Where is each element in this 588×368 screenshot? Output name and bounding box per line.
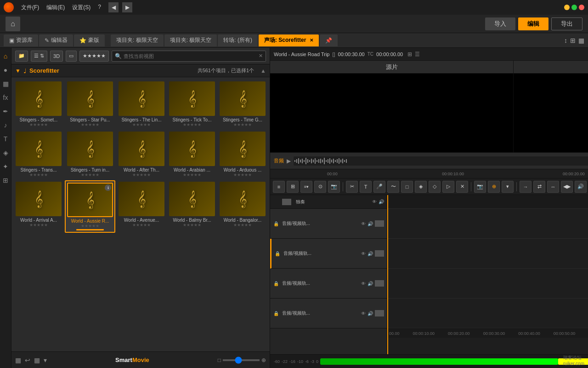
tool-add[interactable]: ⊕ xyxy=(488,181,500,193)
export-button[interactable]: 导出 xyxy=(551,17,582,30)
zoom-out-icon[interactable]: □ xyxy=(218,357,221,363)
tab-pin[interactable]: 📌 xyxy=(320,34,338,46)
score-collapse-icon[interactable]: ▼ xyxy=(15,68,21,74)
menu-help[interactable]: ? xyxy=(96,3,103,12)
tab-project2[interactable]: 项目夹: 极限天空 xyxy=(164,34,217,46)
list-item[interactable]: 𝄞 World - After Th... ★★★★★ xyxy=(117,130,166,178)
tab-project1[interactable]: 项目夹: 极限天空 xyxy=(111,34,164,46)
list-item[interactable]: 𝄞 Stingers - Trans... ★★★★★ xyxy=(14,130,63,178)
tab-action-1[interactable]: ↕ xyxy=(564,37,567,44)
list-item[interactable]: 𝄞 World - Arrival A... ★★★★★ xyxy=(14,180,63,233)
tool-mask[interactable]: ◈ xyxy=(415,181,427,193)
list-item[interactable]: 𝄞 World - Bangalor... ★★★★★ xyxy=(218,180,267,233)
zoom-slider[interactable] xyxy=(223,359,260,361)
grid-view-icon[interactable]: ▦ xyxy=(34,356,40,364)
list-item[interactable]: 𝄞 Stingers - The Lin... ★★★★★ xyxy=(117,80,166,128)
eye-icon[interactable]: 👁 xyxy=(361,221,366,226)
3d-button[interactable]: 3D xyxy=(50,51,63,62)
list-item[interactable]: 𝄞 World - Avenue... ★★★★★ xyxy=(117,180,166,233)
bottom-icon-2[interactable]: ↩ xyxy=(25,356,30,364)
list-item[interactable]: 𝄞 Stingers - Turn in... ★★★★★ xyxy=(65,130,115,178)
menu-edit[interactable]: 编辑(E) xyxy=(45,3,67,12)
sidebar-media[interactable]: ▦ xyxy=(0,78,11,89)
list-item[interactable]: 𝄞 Stingers - Time G... ★★★★★ xyxy=(218,80,267,128)
sidebar-text[interactable]: T xyxy=(0,133,11,144)
list-view-icon[interactable]: ▾ xyxy=(44,356,47,364)
close-tab-icon[interactable]: ✕ xyxy=(310,38,313,43)
tool-volume[interactable]: 🔊 xyxy=(575,181,587,193)
sidebar-fx[interactable]: fx xyxy=(0,92,11,103)
list-item[interactable]: 𝄞 Stingers - Tick To... ★★★★★ xyxy=(168,80,216,128)
tool-delete[interactable]: ✕ xyxy=(456,181,468,193)
minimize-button[interactable] xyxy=(564,5,570,10)
bottom-icon-1[interactable]: ▦ xyxy=(15,356,21,364)
close-button[interactable] xyxy=(579,5,584,10)
sidebar-shape[interactable]: ◈ xyxy=(0,147,11,158)
tool-cut[interactable]: ✂ xyxy=(346,181,358,193)
sidebar-home[interactable]: ⌂ xyxy=(0,51,11,62)
tool-select[interactable]: ≡ xyxy=(273,181,285,193)
import-button[interactable]: 导入 xyxy=(485,17,515,30)
tool-paint[interactable]: ◇ xyxy=(429,181,441,193)
tool-wave[interactable]: 〜 xyxy=(387,181,399,193)
tool-record[interactable]: ⊙ xyxy=(314,181,326,193)
tab-action-3[interactable]: ▦ xyxy=(578,37,584,44)
tool-play-tool[interactable]: ▷ xyxy=(442,181,454,193)
list-view-button[interactable]: ☰ ⇅ xyxy=(31,51,47,62)
tab-action-2[interactable]: ⊞ xyxy=(570,37,576,44)
vol-icon[interactable]: 🔊 xyxy=(368,311,373,316)
home-button[interactable]: ⌂ xyxy=(6,17,20,31)
sidebar-music[interactable]: ♪ xyxy=(0,120,11,131)
list-item[interactable]: 𝄞 ℹ World - Aussie R... ★★★★★ xyxy=(65,180,115,233)
tab-premium[interactable]: ⭐ 豪版 xyxy=(74,34,105,46)
tool-resize[interactable]: ↔ xyxy=(547,181,559,193)
vol-icon[interactable]: 🔊 xyxy=(368,251,373,256)
timeline-menu-icon[interactable]: ☰ xyxy=(415,51,420,58)
tab-editor[interactable]: ✎ 编辑器 xyxy=(39,34,73,46)
list-item[interactable]: 𝄞 Stingers - Star Pu... ★★★★★ xyxy=(65,80,115,128)
vol-icon[interactable]: 🔊 xyxy=(368,281,373,286)
audio-mode-icon[interactable]: ▶ xyxy=(287,158,291,164)
edit-button[interactable]: 编辑 xyxy=(518,17,548,30)
zoom-in-icon[interactable]: ⊕ xyxy=(261,357,266,363)
tool-link[interactable]: ⇄ xyxy=(533,181,545,193)
list-item[interactable]: 𝄞 World - Balmy Br... ★★★★★ xyxy=(168,180,216,233)
tool-expand[interactable]: ◀▶ xyxy=(561,181,573,193)
list-item[interactable]: 𝄞 Stingers - Somet... ★★★★★ xyxy=(14,80,63,128)
tool-multi[interactable]: ≡▾ xyxy=(300,181,312,193)
tool-snap[interactable]: 📷 xyxy=(328,181,340,193)
search-input[interactable] xyxy=(122,51,259,62)
tool-mic[interactable]: 🎤 xyxy=(373,181,385,193)
scroll-up-icon[interactable]: ▲ xyxy=(260,68,266,74)
eye-icon[interactable]: 👁 xyxy=(361,281,366,286)
eye-icon[interactable]: 👁 xyxy=(361,251,366,256)
forward-button[interactable]: ▶ xyxy=(122,2,132,12)
menu-settings[interactable]: 设置(S) xyxy=(70,3,92,12)
volume-icon[interactable]: 🔊 xyxy=(379,199,384,204)
list-item[interactable]: 𝄞 World - Arabian ... ★★★★★ xyxy=(168,130,216,178)
sidebar-pen[interactable]: ✒ xyxy=(0,106,11,117)
sidebar-layout[interactable]: ⊞ xyxy=(0,175,11,186)
tool-camera[interactable]: 📷 xyxy=(474,181,486,193)
list-item[interactable]: 𝄞 World - Arduous ... ★★★★★ xyxy=(218,130,267,178)
tool-grid[interactable]: ⊞ xyxy=(287,181,299,193)
tab-transitions[interactable]: 转场: (所有) xyxy=(218,34,258,46)
menu-file[interactable]: 文件(F) xyxy=(19,3,41,12)
timeline-expand-icon[interactable]: ⊞ xyxy=(407,51,412,58)
clear-search-icon[interactable]: ✕ xyxy=(259,53,263,59)
maximize-button[interactable] xyxy=(571,5,577,10)
sidebar-paint[interactable]: ✦ xyxy=(0,161,11,172)
stars-filter[interactable]: ★★★★★ xyxy=(79,51,109,62)
eye-icon[interactable]: 👁 xyxy=(361,311,366,316)
folder-button[interactable]: 📁 xyxy=(15,51,28,62)
tool-arrow[interactable]: → xyxy=(520,181,531,193)
tool-dropdown[interactable]: ▾ xyxy=(502,181,514,193)
flat-view-button[interactable]: ▭ xyxy=(66,51,77,62)
back-button[interactable]: ◀ xyxy=(108,2,119,12)
tab-scorefitter[interactable]: 声场: Scorefitter ✕ xyxy=(259,34,319,46)
sidebar-world[interactable]: ● xyxy=(0,64,11,75)
tool-shape[interactable]: □ xyxy=(401,181,413,193)
tool-fx[interactable]: T xyxy=(360,181,372,193)
vol-icon[interactable]: 🔊 xyxy=(368,221,373,226)
eye-icon[interactable]: 👁 xyxy=(372,199,377,204)
